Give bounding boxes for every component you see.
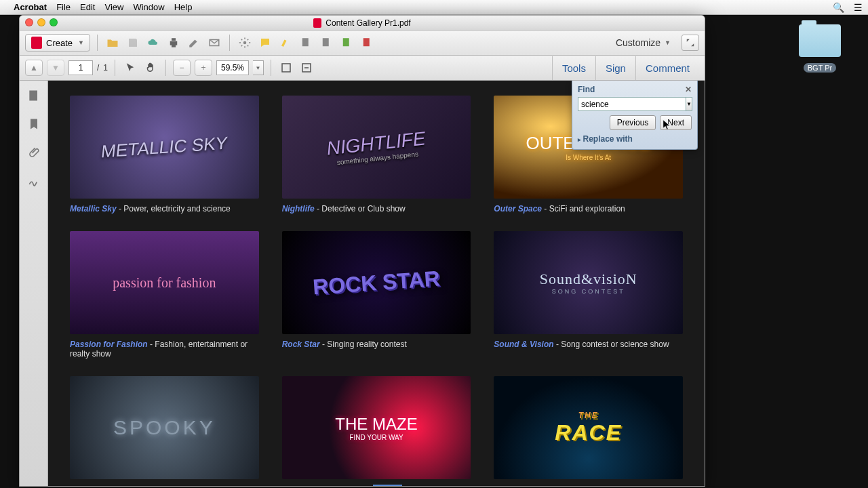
select-tool-icon[interactable] bbox=[122, 60, 138, 76]
cloud-icon[interactable] bbox=[145, 35, 161, 51]
find-highlight: science bbox=[373, 485, 402, 486]
window-close-button[interactable] bbox=[25, 18, 33, 26]
thumbnail: THE MAZEFIND YOUR WAY bbox=[282, 376, 471, 479]
thumbnail: Sound&visioNSONG CONTEST bbox=[494, 231, 683, 334]
create-pdf-icon bbox=[31, 37, 42, 49]
email-icon[interactable] bbox=[206, 35, 222, 51]
edit-icon[interactable] bbox=[186, 35, 202, 51]
thumbnail: ROCK STAR bbox=[282, 231, 471, 334]
spotlight-icon[interactable]: 🔍 bbox=[833, 2, 844, 13]
print-icon[interactable] bbox=[165, 35, 182, 51]
page-up-button[interactable]: ▲ bbox=[25, 60, 43, 76]
zoom-in-button[interactable]: + bbox=[195, 60, 212, 76]
window-titlebar[interactable]: Content Gallery Pr1.pdf bbox=[20, 16, 705, 30]
replace-toggle[interactable]: Replace with bbox=[578, 134, 692, 144]
close-icon[interactable]: ✕ bbox=[685, 85, 692, 94]
create-label: Create bbox=[46, 38, 73, 48]
customize-menu[interactable]: Customize ▼ bbox=[616, 37, 671, 48]
zoom-level[interactable]: 59.5% bbox=[216, 60, 249, 75]
gallery-card: SPOOKY Spooky - Horror and mysterious bbox=[70, 376, 259, 486]
customize-label: Customize bbox=[616, 37, 660, 48]
attach-doc-icon[interactable] bbox=[338, 35, 355, 51]
attachments-icon[interactable] bbox=[27, 146, 41, 159]
thumbnail: passion for fashion bbox=[70, 231, 259, 334]
open-icon[interactable] bbox=[104, 35, 121, 51]
find-previous-button[interactable]: Previous bbox=[610, 115, 656, 130]
svg-rect-6 bbox=[282, 64, 290, 72]
card-title: Outer Space bbox=[494, 204, 542, 214]
find-input[interactable] bbox=[578, 97, 686, 111]
window-minimize-button[interactable] bbox=[37, 18, 45, 26]
page-number-input[interactable] bbox=[68, 60, 93, 75]
nav-toolbar: ▲ ▼ / 1 − + 59.5% ▼ Tools Sign Comment bbox=[20, 56, 705, 81]
thumbnail: NIGHTLIFEsomething always happens bbox=[282, 96, 471, 199]
fit-window-icon[interactable] bbox=[278, 60, 294, 76]
chevron-down-icon: ▼ bbox=[665, 39, 671, 46]
thumbnail: THERACE bbox=[494, 376, 683, 479]
page-separator: / bbox=[97, 63, 99, 73]
gallery-card: THE MAZEFIND YOUR WAY The Maze - Game sh… bbox=[282, 376, 471, 486]
card-desc: - SciFi and exploration bbox=[542, 204, 625, 214]
chevron-down-icon: ▼ bbox=[78, 39, 84, 46]
menu-help[interactable]: Help bbox=[174, 2, 193, 12]
svg-rect-4 bbox=[343, 38, 349, 46]
signatures-icon[interactable] bbox=[27, 174, 41, 188]
reading-mode-button[interactable] bbox=[682, 35, 699, 51]
card-title: The Race bbox=[494, 485, 530, 486]
app-menu[interactable]: Acrobat bbox=[14, 2, 47, 12]
desktop-folder[interactable]: BGT Pr bbox=[796, 24, 844, 73]
window-title: Content Gallery Pr1.pdf bbox=[326, 18, 410, 28]
gallery-card: METALLIC SKY Metallic Sky - Power, elect… bbox=[70, 96, 259, 214]
card-desc: - Horror and mysterious bbox=[99, 485, 186, 486]
comment-icon[interactable] bbox=[257, 35, 273, 51]
card-title: The Maze bbox=[282, 485, 319, 486]
share-doc-icon[interactable] bbox=[359, 35, 375, 51]
page-total: 1 bbox=[103, 63, 108, 73]
create-button[interactable]: Create ▼ bbox=[25, 34, 90, 52]
card-desc: - Song contest or science show bbox=[554, 340, 669, 349]
folder-label: BGT Pr bbox=[804, 63, 836, 73]
comment-pane-tab[interactable]: Comment bbox=[635, 56, 699, 80]
macos-menubar: Acrobat File Edit View Window Help 🔍 ☰ bbox=[0, 0, 868, 15]
folder-icon bbox=[799, 24, 841, 57]
thumbnails-icon[interactable] bbox=[27, 89, 41, 102]
card-desc: - Game show, bbox=[319, 485, 374, 486]
find-next-button[interactable]: Next bbox=[660, 115, 692, 130]
menu-view[interactable]: View bbox=[104, 2, 123, 12]
menu-file[interactable]: File bbox=[56, 2, 71, 12]
svg-rect-8 bbox=[29, 91, 37, 101]
menu-edit[interactable]: Edit bbox=[80, 2, 95, 12]
card-title: Spooky bbox=[70, 485, 99, 486]
highlight-icon[interactable] bbox=[277, 35, 294, 51]
card-title: Rock Star bbox=[282, 340, 320, 349]
page-down-button[interactable]: ▼ bbox=[47, 60, 64, 76]
gallery-card: passion for fashion Passion for Fashion … bbox=[70, 231, 259, 359]
svg-rect-3 bbox=[323, 38, 329, 46]
gear-icon[interactable] bbox=[237, 35, 253, 51]
thumbnail: SPOOKY bbox=[70, 376, 259, 479]
menu-extras-icon[interactable]: ☰ bbox=[854, 2, 863, 13]
hand-tool-icon[interactable] bbox=[142, 60, 159, 76]
zoom-dropdown[interactable]: ▼ bbox=[253, 60, 264, 75]
page-view[interactable]: METALLIC SKY Metallic Sky - Power, elect… bbox=[48, 81, 705, 486]
window-zoom-button[interactable] bbox=[50, 18, 58, 26]
find-title: Find bbox=[578, 85, 595, 94]
svg-rect-2 bbox=[302, 38, 309, 46]
card-desc: - Power, electricity and science bbox=[117, 204, 231, 214]
tools-pane-tab[interactable]: Tools bbox=[552, 56, 595, 80]
bookmarks-icon[interactable] bbox=[27, 117, 41, 131]
card-title: Sound & Vision bbox=[494, 340, 553, 349]
zoom-out-button[interactable]: − bbox=[173, 60, 191, 76]
find-dropdown[interactable]: ▼ bbox=[686, 97, 692, 111]
sign-pane-tab[interactable]: Sign bbox=[595, 56, 635, 80]
menu-window[interactable]: Window bbox=[133, 2, 164, 12]
fit-width-icon[interactable] bbox=[298, 60, 315, 76]
stamp-icon[interactable] bbox=[318, 35, 334, 51]
card-title: Metallic Sky bbox=[70, 204, 117, 214]
card-desc: - Singing reality contest bbox=[320, 340, 407, 349]
gallery-card: Sound&visioNSONG CONTEST Sound & Vision … bbox=[494, 231, 683, 359]
save-icon[interactable] bbox=[125, 35, 141, 51]
svg-rect-5 bbox=[363, 38, 370, 46]
find-panel: Find ✕ ▼ Previous Next Replace with bbox=[572, 81, 698, 150]
sign-doc-icon[interactable] bbox=[298, 35, 314, 51]
